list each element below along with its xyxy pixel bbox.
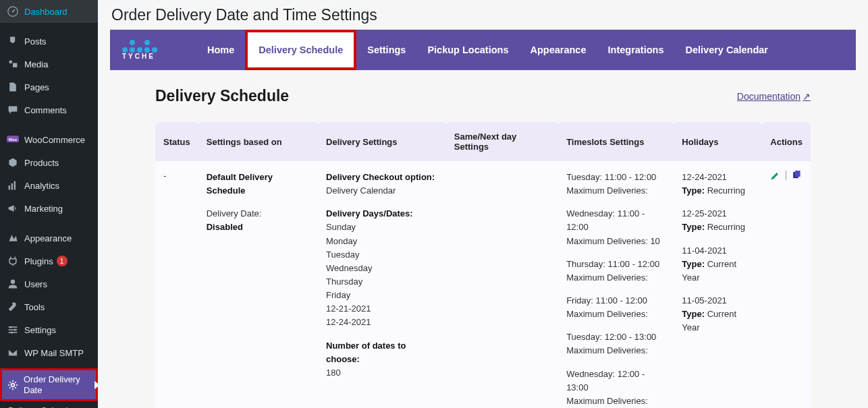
svg-point-15 — [11, 383, 15, 386]
tab-delivery-schedule[interactable]: Delivery Schedule — [245, 30, 356, 70]
sidebar-item-label: Dashboard — [24, 7, 67, 17]
sidebar-item-woocommerce[interactable]: Woo WooCommerce — [0, 128, 98, 151]
cell-status: - — [155, 161, 198, 408]
sidebar-item-label: Order Delivery Date — [24, 374, 90, 395]
main-content: Order Delivery Date and Time Settings TY… — [98, 0, 868, 408]
sidebar-item-appearance[interactable]: Appearance — [0, 227, 98, 250]
cell-holidays: 12-24-2021Type: Recurring 12-25-2021Type… — [674, 161, 762, 408]
col-holidays: Holidays — [674, 122, 762, 161]
documentation-link[interactable]: Documentation↗ — [737, 91, 811, 102]
svg-point-13 — [14, 328, 16, 330]
col-status: Status — [155, 122, 198, 161]
pin-icon — [7, 35, 19, 47]
marketing-icon — [7, 202, 19, 214]
sidebar-item-pages[interactable]: Pages — [0, 76, 98, 98]
sidebar-item-label: Tools — [24, 302, 45, 312]
tab-home[interactable]: Home — [196, 30, 245, 70]
mail-icon — [7, 347, 19, 359]
svg-rect-17 — [795, 171, 801, 177]
external-link-icon: ↗ — [803, 91, 811, 102]
col-actions: Actions — [762, 122, 811, 161]
sidebar-item-label: Settings — [24, 325, 56, 335]
sidebar-item-wp-mail-smtp[interactable]: WP Mail SMTP — [0, 341, 98, 364]
sidebar-item-label: Media — [24, 59, 48, 69]
comment-icon — [7, 104, 19, 116]
schedule-table: Status Settings based on Delivery Settin… — [155, 122, 811, 408]
admin-sidebar: Dashboard Posts Media Pages Comments Woo… — [0, 0, 98, 408]
sidebar-item-label: Comments — [24, 105, 67, 115]
svg-rect-7 — [14, 181, 16, 190]
sidebar-item-label: Users — [24, 279, 47, 289]
cell-delivery-settings: Delivery Checkout option: Delivery Calen… — [318, 161, 446, 408]
section-title: Delivery Schedule — [155, 87, 289, 105]
settings-icon — [7, 324, 19, 336]
col-timeslots: Timeslots Settings — [558, 122, 674, 161]
svg-rect-6 — [11, 183, 13, 190]
page-icon — [7, 81, 19, 93]
sidebar-item-label: Posts — [24, 36, 47, 47]
edit-icon[interactable] — [770, 171, 780, 181]
products-icon — [7, 156, 19, 169]
sidebar-item-plugins[interactable]: Plugins 1 — [0, 250, 98, 272]
sidebar-item-analytics[interactable]: Analytics — [0, 174, 98, 197]
plugins-icon — [7, 255, 19, 267]
sidebar-item-marketing[interactable]: Marketing — [0, 197, 98, 220]
page-title: Order Delivery Date and Time Settings — [98, 0, 868, 30]
sidebar-item-label: WooCommerce — [24, 135, 85, 145]
svg-point-1 — [12, 11, 13, 12]
svg-point-2 — [9, 60, 12, 63]
tools-icon — [7, 301, 19, 313]
action-divider — [786, 171, 786, 180]
sidebar-item-settings[interactable]: Settings — [0, 318, 98, 341]
sidebar-sub-delivery-calendar[interactable]: Delivery Calendar — [0, 401, 98, 408]
content-section: Delivery Schedule Documentation↗ Status … — [155, 87, 811, 408]
cell-actions — [762, 161, 811, 408]
sidebar-item-posts[interactable]: Posts — [0, 30, 98, 53]
cell-timeslots: Tuesday: 11:00 - 12:00Maximum Deliveries… — [558, 161, 674, 408]
sidebar-item-label: Products — [24, 158, 59, 168]
users-icon — [7, 278, 19, 290]
gear-icon — [7, 379, 18, 391]
svg-point-8 — [11, 280, 15, 284]
tab-settings[interactable]: Settings — [356, 30, 416, 70]
plugin-nav: TYCHE Home Delivery Schedule Settings Pi… — [110, 30, 856, 70]
sidebar-item-label: Appearance — [24, 233, 72, 243]
analytics-icon — [7, 179, 19, 192]
sidebar-item-label: Marketing — [24, 204, 63, 214]
svg-text:Woo: Woo — [9, 138, 18, 142]
sidebar-item-media[interactable]: Media — [0, 53, 98, 76]
svg-rect-5 — [9, 185, 10, 190]
table-header: Status Settings based on Delivery Settin… — [155, 122, 811, 161]
tab-integrations[interactable]: Integrations — [597, 30, 675, 70]
sidebar-item-label: Analytics — [24, 181, 59, 191]
plugins-update-badge: 1 — [57, 256, 67, 266]
col-settings-based: Settings based on — [198, 122, 318, 161]
tab-appearance[interactable]: Appearance — [519, 30, 597, 70]
sidebar-item-dashboard[interactable]: Dashboard — [0, 0, 98, 23]
sidebar-item-label: Pages — [24, 82, 49, 92]
sidebar-item-label: WP Mail SMTP — [24, 348, 84, 358]
tab-delivery-calendar[interactable]: Delivery Calendar — [674, 30, 779, 70]
tab-pickup-locations[interactable]: Pickup Locations — [416, 30, 519, 70]
media-icon — [7, 58, 19, 70]
svg-point-14 — [11, 331, 13, 333]
sidebar-item-comments[interactable]: Comments — [0, 98, 98, 121]
col-delivery-settings: Delivery Settings — [318, 122, 446, 161]
copy-icon[interactable] — [792, 171, 801, 180]
sidebar-item-users[interactable]: Users — [0, 272, 98, 295]
table-row: - Default Delivery Schedule Delivery Dat… — [155, 161, 811, 408]
cell-settings-based: Default Delivery Schedule Delivery Date:… — [198, 161, 318, 408]
sidebar-item-tools[interactable]: Tools — [0, 295, 98, 318]
dashboard-icon — [7, 5, 19, 18]
sidebar-item-order-delivery-date[interactable]: Order Delivery Date — [0, 368, 98, 401]
col-same-next: Same/Next day Settings — [446, 122, 558, 161]
woo-icon: Woo — [7, 134, 19, 146]
cell-same-next — [446, 161, 558, 408]
sidebar-item-label: Plugins — [24, 256, 53, 266]
appearance-icon — [7, 232, 19, 244]
svg-point-12 — [9, 326, 11, 328]
sidebar-item-products[interactable]: Products — [0, 151, 98, 174]
tyche-logo: TYCHE — [122, 40, 176, 60]
